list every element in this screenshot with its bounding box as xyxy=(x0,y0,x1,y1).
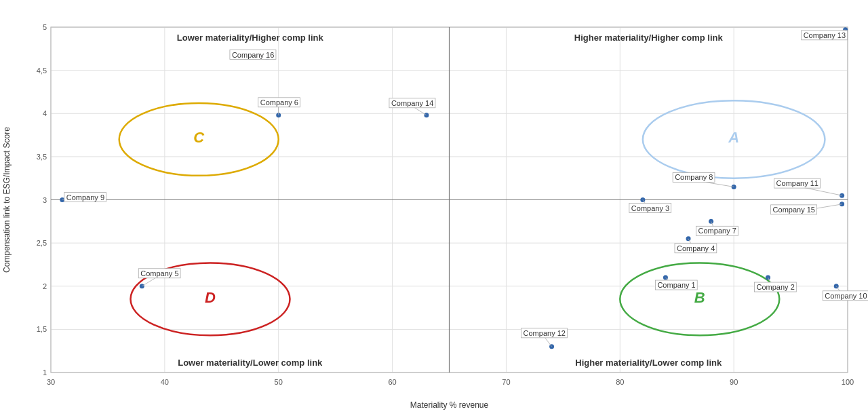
scatter-chart: 11,522,533,544,5530405060708090100Lower … xyxy=(0,0,868,420)
svg-text:Company 2: Company 2 xyxy=(757,283,795,291)
svg-text:Materiality % revenue: Materiality % revenue xyxy=(410,400,489,410)
svg-text:4,5: 4,5 xyxy=(37,66,47,75)
svg-text:Company 13: Company 13 xyxy=(804,31,846,39)
svg-text:Company 3: Company 3 xyxy=(631,204,669,212)
svg-text:C: C xyxy=(193,129,205,146)
svg-text:5: 5 xyxy=(43,23,47,31)
svg-text:Higher materiality/Lower comp : Higher materiality/Lower comp link xyxy=(575,358,722,368)
svg-text:Company 7: Company 7 xyxy=(698,227,736,235)
svg-text:3,5: 3,5 xyxy=(37,153,47,161)
svg-text:70: 70 xyxy=(502,378,510,386)
svg-text:Company 14: Company 14 xyxy=(391,99,433,107)
svg-text:Company 12: Company 12 xyxy=(524,329,566,337)
svg-text:Company 8: Company 8 xyxy=(675,173,713,181)
svg-text:80: 80 xyxy=(616,378,624,386)
svg-text:B: B xyxy=(694,289,705,306)
svg-text:40: 40 xyxy=(161,378,169,386)
svg-text:Company 15: Company 15 xyxy=(773,206,815,214)
svg-text:2,5: 2,5 xyxy=(37,239,47,247)
svg-text:30: 30 xyxy=(47,378,55,386)
svg-text:3: 3 xyxy=(43,196,47,204)
chart-container: 11,522,533,544,5530405060708090100Lower … xyxy=(0,0,868,420)
svg-text:D: D xyxy=(205,289,216,306)
svg-text:Company 6: Company 6 xyxy=(260,98,298,107)
svg-text:50: 50 xyxy=(275,378,283,386)
svg-text:1,5: 1,5 xyxy=(37,325,47,333)
svg-text:Company 16: Company 16 xyxy=(232,51,274,59)
svg-text:Company 9: Company 9 xyxy=(66,193,104,202)
svg-text:Company 5: Company 5 xyxy=(140,269,178,278)
svg-text:4: 4 xyxy=(43,109,47,117)
svg-text:Compensation link to ESG/Impac: Compensation link to ESG/Impact Score xyxy=(2,127,12,273)
svg-text:100: 100 xyxy=(842,378,854,386)
svg-text:Lower materiality/Lower comp l: Lower materiality/Lower comp link xyxy=(178,358,323,368)
svg-text:90: 90 xyxy=(730,378,738,386)
svg-text:Company 11: Company 11 xyxy=(776,179,818,187)
svg-text:Company 4: Company 4 xyxy=(677,244,715,252)
svg-text:Higher materiality/Higher comp: Higher materiality/Higher comp link xyxy=(574,33,724,43)
svg-text:2: 2 xyxy=(43,282,47,290)
svg-text:A: A xyxy=(728,129,739,146)
svg-text:1: 1 xyxy=(43,368,47,377)
svg-text:Company 10: Company 10 xyxy=(825,292,867,300)
svg-text:60: 60 xyxy=(388,378,396,386)
svg-text:Lower materiality/Higher comp : Lower materiality/Higher comp link xyxy=(177,33,324,43)
svg-text:Company 1: Company 1 xyxy=(657,281,695,289)
